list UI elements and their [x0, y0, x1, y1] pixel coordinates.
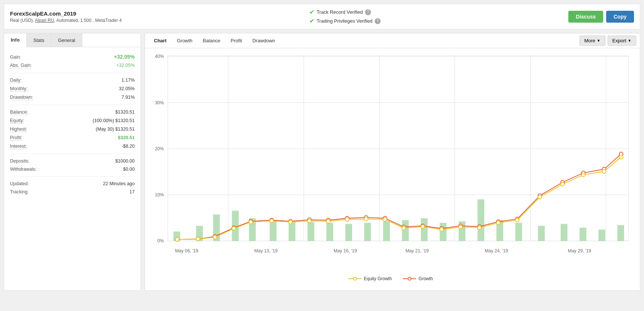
monthly-label: Monthly:: [10, 86, 27, 92]
header-left: ForexScalpEA.com_2019 Real (USD), Alpari…: [10, 10, 122, 23]
svg-rect-41: [515, 223, 522, 241]
balance-label: Balance:: [10, 109, 28, 115]
svg-text:May 06, '19: May 06, '19: [175, 248, 198, 253]
gain-value: +32.05%: [114, 54, 135, 60]
drawdown-row: Drawdown: 7.91%: [10, 93, 135, 102]
more-button[interactable]: More ▼: [579, 36, 605, 46]
divider-4: [10, 176, 135, 177]
discuss-button[interactable]: Discuss: [568, 11, 603, 23]
svg-rect-28: [270, 220, 276, 241]
growth-legend-icon: [403, 276, 416, 281]
svg-text:May 29, '19: May 29, '19: [568, 248, 591, 253]
interest-row: Interest: -$8.20: [10, 142, 135, 151]
svg-point-72: [196, 237, 200, 241]
svg-point-87: [477, 226, 481, 229]
svg-point-92: [581, 173, 585, 177]
svg-point-71: [175, 238, 179, 241]
account-title: ForexScalpEA.com_2019: [10, 10, 122, 17]
header: ForexScalpEA.com_2019 Real (USD), Alpari…: [4, 4, 640, 29]
svg-text:May 13, '19: May 13, '19: [254, 248, 278, 253]
chart-tab-growth[interactable]: Growth: [172, 34, 198, 47]
svg-text:0%: 0%: [157, 238, 164, 243]
drawdown-label: Drawdown:: [10, 95, 33, 100]
highest-row: Highest: (May 30) $1320.51: [10, 125, 135, 134]
equity-row: Equity: (100.00%) $1320.51: [10, 117, 135, 125]
svg-point-90: [538, 195, 542, 199]
svg-text:30%: 30%: [155, 100, 164, 105]
daily-row: Daily: 1.17%: [10, 76, 135, 85]
withdrawals-row: Withdrawals: $0.00: [10, 165, 135, 173]
equity-growth-label: Equity Growth: [364, 276, 392, 281]
svg-point-80: [345, 217, 349, 221]
daily-label: Daily:: [10, 78, 22, 83]
chart-tab-drawdown[interactable]: Drawdown: [247, 34, 280, 47]
svg-point-91: [561, 182, 564, 186]
help-icon-1[interactable]: ?: [365, 9, 371, 15]
svg-point-78: [308, 219, 311, 223]
balance-row: Balance: $1320.51: [10, 108, 135, 117]
chart-tab-profit[interactable]: Profit: [226, 34, 247, 47]
tracking-row: Tracking 17: [10, 188, 135, 196]
account-subtitle: Real (USD), Alpari RU, Automated, 1:500 …: [10, 18, 122, 23]
export-arrow-icon: ▼: [628, 39, 631, 43]
equity-label: Equity:: [10, 118, 24, 124]
svg-rect-34: [383, 221, 390, 241]
svg-rect-43: [561, 224, 567, 241]
svg-rect-35: [402, 220, 409, 241]
svg-rect-44: [579, 228, 586, 241]
svg-point-79: [326, 219, 330, 223]
svg-text:May 16, '19: May 16, '19: [334, 248, 357, 253]
check-icon-2: ✔: [309, 17, 314, 24]
svg-point-76: [270, 219, 273, 223]
trading-privileges-verified: ✔ Trading Privileges Verified ?: [309, 17, 381, 24]
svg-text:May 21, '19: May 21, '19: [405, 248, 429, 253]
header-buttons: Discuss Copy: [568, 11, 634, 23]
growth-legend: Growth: [403, 276, 433, 281]
svg-rect-33: [364, 223, 371, 241]
trading-privileges-text: Trading Privileges Verified: [316, 18, 372, 24]
withdrawals-value: $0.00: [123, 167, 135, 172]
tab-stats[interactable]: Stats: [27, 33, 52, 47]
help-icon-2[interactable]: ?: [375, 18, 381, 24]
export-button[interactable]: Export ▼: [608, 36, 636, 46]
tab-general[interactable]: General: [51, 33, 82, 47]
info-content: Gain: +32.05% Abs. Gain: +32.05% Daily: …: [4, 47, 141, 201]
broker-link[interactable]: Alpari RU: [35, 18, 54, 23]
svg-point-82: [383, 217, 387, 221]
gain-label: Gain:: [10, 55, 21, 60]
svg-point-96: [354, 277, 356, 280]
more-label: More: [584, 38, 595, 43]
chart-tab-balance[interactable]: Balance: [198, 34, 226, 47]
tracking-value: 17: [129, 189, 135, 194]
verified-section: ✔ Track Record Verified ? ✔ Trading Priv…: [309, 9, 381, 24]
gain-row: Gain: +32.05%: [10, 52, 135, 61]
monthly-value: 32.05%: [119, 86, 135, 91]
svg-point-84: [421, 225, 424, 228]
svg-rect-32: [345, 224, 352, 241]
balance-value: $1320.51: [115, 109, 135, 115]
left-tab-bar: Info Stats General: [4, 33, 141, 47]
profit-value: $320.51: [118, 135, 135, 140]
svg-point-81: [364, 217, 368, 221]
chart-toolbar: More ▼ Export ▼: [579, 33, 636, 48]
divider-2: [10, 105, 135, 105]
tab-info[interactable]: Info: [4, 33, 27, 47]
equity-growth-legend: Equity Growth: [348, 276, 392, 281]
track-record-verified: ✔ Track Record Verified ?: [309, 9, 381, 16]
svg-text:10%: 10%: [155, 192, 164, 197]
drawdown-value: 7.91%: [122, 95, 135, 100]
copy-button[interactable]: Copy: [606, 11, 634, 23]
tracking-label: Tracking: [10, 189, 27, 194]
abs-gain-value: +32.05%: [116, 63, 135, 68]
deposits-label: Deposits:: [10, 158, 29, 164]
svg-point-88: [496, 221, 500, 225]
svg-rect-29: [289, 221, 295, 241]
more-arrow-icon: ▼: [597, 39, 601, 43]
deposits-value: $1000.00: [115, 158, 135, 164]
profit-row: Profit: $320.51: [10, 134, 135, 142]
chart-tab-chart[interactable]: Chart: [149, 34, 172, 47]
track-record-text: Track Record Verified: [316, 9, 363, 15]
svg-point-73: [213, 235, 217, 239]
svg-rect-30: [308, 222, 314, 241]
updated-label: Updated:: [10, 181, 29, 186]
